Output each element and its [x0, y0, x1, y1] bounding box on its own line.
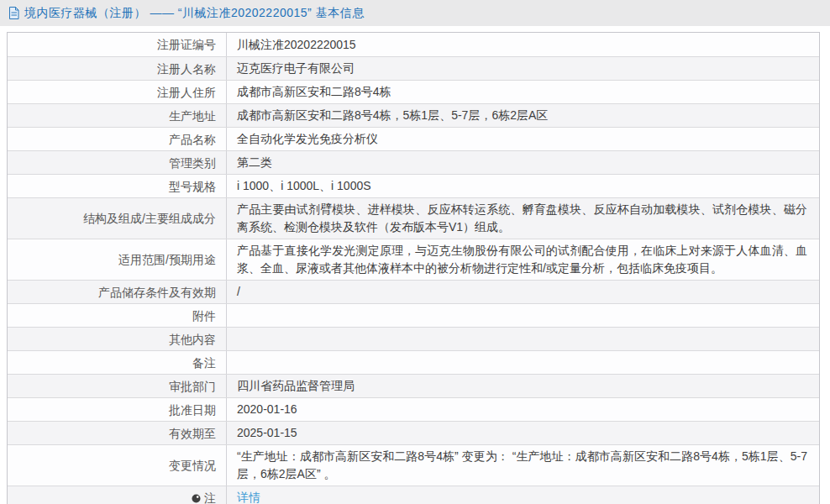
table-row: 产品储存条件及有效期 / — [8, 280, 819, 303]
note-label: 注 — [204, 490, 216, 504]
table-row: 有效期至 2025-01-15 — [8, 421, 819, 444]
row-label: 注册证编号 — [8, 33, 226, 56]
row-label: 产品储存条件及有效期 — [8, 281, 226, 303]
table-row: 变更情况 “生产地址：成都市高新区安和二路8号4栋” 变更为： “生产地址：成都… — [8, 444, 819, 486]
row-label: 适用范围/预期用途 — [8, 239, 226, 280]
row-value: “生产地址：成都市高新区安和二路8号4栋” 变更为： “生产地址：成都市高新区安… — [226, 445, 819, 486]
table-row-note: 注 详情 — [8, 486, 819, 504]
table-row: 型号规格 i 1000、i 1000L、i 1000S — [8, 174, 819, 197]
table-row: 生产地址 成都市高新区安和二路8号4栋，5栋1层、5-7层，6栋2层A区 — [8, 103, 819, 127]
table-row: 结构及组成/主要组成成分 产品主要由试剂臂模块、进样模块、反应杯转运系统、孵育盘… — [8, 197, 819, 239]
row-value: 川械注准20202220015 — [226, 33, 819, 56]
note-icon — [192, 494, 201, 503]
row-label: 结构及组成/主要组成成分 — [8, 198, 226, 239]
document-icon — [8, 7, 19, 19]
row-value: 成都市高新区安和二路8号4栋，5栋1层、5-7层，6栋2层A区 — [226, 104, 819, 127]
table-row: 注册人住所 成都市高新区安和二路8号4栋 — [8, 80, 819, 103]
row-label: 备注 — [8, 351, 226, 374]
row-value: 迈克医疗电子有限公司 — [226, 57, 819, 80]
row-value: 四川省药品监督管理局 — [226, 375, 819, 397]
row-value: 成都市高新区安和二路8号4栋 — [226, 81, 819, 103]
row-value: 第二类 — [226, 151, 819, 174]
row-label: 生产地址 — [8, 104, 226, 127]
row-label: 附件 — [8, 304, 226, 327]
row-value: 2020-01-16 — [226, 398, 819, 421]
row-label: 注册人住所 — [8, 81, 226, 103]
table-row: 产品名称 全自动化学发光免疫分析仪 — [8, 127, 819, 150]
row-value: 详情 — [226, 486, 819, 504]
row-value: / — [226, 281, 819, 303]
row-label: 变更情况 — [8, 445, 226, 486]
table-row: 备注 — [8, 350, 819, 374]
table-row: 批准日期 2020-01-16 — [8, 397, 819, 421]
row-label: 批准日期 — [8, 398, 226, 421]
row-label: 注册人名称 — [8, 57, 226, 80]
table-row: 附件 — [8, 303, 819, 327]
table-row: 其他内容 — [8, 327, 819, 350]
row-label: 注 — [8, 486, 226, 504]
details-link[interactable]: 详情 — [237, 489, 260, 504]
table-row: 注册证编号 川械注准20202220015 — [8, 33, 819, 56]
row-label: 管理类别 — [8, 151, 226, 174]
row-label: 其他内容 — [8, 328, 226, 350]
table-row: 注册人名称 迈克医疗电子有限公司 — [8, 56, 819, 80]
row-label: 产品名称 — [8, 128, 226, 150]
registration-info-table: 注册证编号 川械注准20202220015 注册人名称 迈克医疗电子有限公司 注… — [7, 32, 820, 504]
row-value: 2025-01-15 — [226, 422, 819, 444]
table-row: 审批部门 四川省药品监督管理局 — [8, 374, 819, 397]
row-value — [226, 351, 819, 374]
table-row: 适用范围/预期用途 产品基于直接化学发光测定原理，与迈克生物股份有限公司的试剂配… — [8, 239, 819, 280]
row-value — [226, 304, 819, 327]
row-value: i 1000、i 1000L、i 1000S — [226, 175, 819, 197]
row-label: 型号规格 — [8, 175, 226, 197]
page-header: 境内医疗器械（注册） —— “川械注准20202220015” 基本信息 — [0, 0, 830, 26]
row-label: 有效期至 — [8, 422, 226, 444]
row-value: 全自动化学发光免疫分析仪 — [226, 128, 819, 150]
row-value — [226, 328, 819, 350]
row-value: 产品基于直接化学发光测定原理，与迈克生物股份有限公司的试剂配合使用，在临床上对来… — [226, 239, 819, 280]
row-value: 产品主要由试剂臂模块、进样模块、反应杯转运系统、孵育盘模块、反应杯自动加载模块、… — [226, 198, 819, 239]
page-title: 境内医疗器械（注册） —— “川械注准20202220015” 基本信息 — [24, 6, 365, 21]
row-label: 审批部门 — [8, 375, 226, 397]
table-row: 管理类别 第二类 — [8, 150, 819, 174]
